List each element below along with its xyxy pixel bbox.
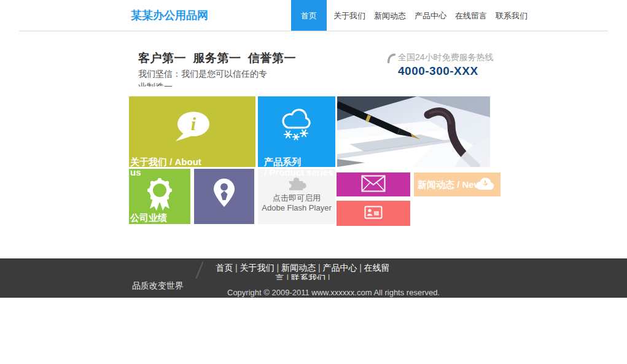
pen-photo-image xyxy=(337,96,490,167)
tile-location[interactable] xyxy=(194,169,254,224)
hero-subtitle: 我们坚信：我们是您可以信任的专业制造一 xyxy=(138,68,275,87)
tile-news-label: 新闻动态 / News xyxy=(418,179,486,190)
phone-icon xyxy=(387,53,396,67)
tile-gallery[interactable] xyxy=(337,201,410,226)
footer-link-about[interactable]: 关于我们 xyxy=(240,263,281,273)
nav-item-news[interactable]: 新闻动态 xyxy=(370,0,410,31)
snow-cloud-icon xyxy=(279,109,314,143)
tile-message[interactable] xyxy=(337,172,410,196)
svg-text:i: i xyxy=(191,114,197,134)
footer-links: 首页关于我们新闻动态产品中心在线留言联系我们 xyxy=(213,263,392,280)
header-divider xyxy=(19,31,608,31)
tile-products-label-line1: 产品系列 xyxy=(264,157,333,167)
tile-news[interactable]: 新闻动态 / News xyxy=(414,172,500,196)
site-logo[interactable]: 某某办公用品网 xyxy=(131,8,208,23)
tile-about-label-line1: 关于我们 / About xyxy=(130,157,201,167)
hotline-label: 全国24小时免费服务热线 xyxy=(398,52,494,63)
footer-link-contact[interactable]: 联系我们 xyxy=(291,273,330,280)
info-speech-bubble-icon: i xyxy=(173,110,211,146)
nav-item-products[interactable]: 产品中心 xyxy=(410,0,451,31)
header: 某某办公用品网 首页 关于我们 新闻动态 产品中心 在线留言 联系我们 xyxy=(0,0,627,31)
footer-link-news[interactable]: 新闻动态 xyxy=(281,263,322,273)
envelope-icon xyxy=(361,175,386,195)
tile-pen-photo[interactable] xyxy=(337,96,490,167)
tile-about-label-line2: us xyxy=(130,167,201,177)
nav-item-message[interactable]: 在线留言 xyxy=(451,0,491,31)
tile-about[interactable]: i 关于我们 / About us xyxy=(129,96,255,167)
tile-about-label: 关于我们 / About us xyxy=(130,157,201,177)
page: 某某办公用品网 首页 关于我们 新闻动态 产品中心 在线留言 联系我们 客户第一… xyxy=(0,0,627,364)
hotline: 全国24小时免费服务热线 4000-300-XXX xyxy=(387,52,494,78)
footer-copyright: Copyright © 2009-2011 www.xxxxxx.com All… xyxy=(227,287,439,298)
flash-text-line1: 点击即可启用 xyxy=(258,193,335,203)
tile-products-label-line2: / Product series xyxy=(264,167,333,177)
footer-link-home[interactable]: 首页 xyxy=(216,263,240,273)
nav-item-home[interactable]: 首页 xyxy=(291,0,327,31)
flash-placeholder-text: 点击即可启用 Adobe Flash Player xyxy=(258,193,335,213)
id-card-icon xyxy=(364,206,383,222)
nav-item-about[interactable]: 关于我们 xyxy=(329,0,370,31)
footer-slogan: 品质改变世界 xyxy=(132,281,184,292)
footer-slash-decoration xyxy=(195,261,203,279)
award-ribbon-icon xyxy=(145,178,174,215)
footer: 品质改变世界 首页关于我们新闻动态产品中心在线留言联系我们 Copyright … xyxy=(0,258,627,298)
nav-item-contact[interactable]: 联系我们 xyxy=(491,0,532,31)
main-nav: 首页 关于我们 新闻动态 产品中心 在线留言 联系我们 xyxy=(291,0,532,31)
hero-title: 客户第一 服务第一 信誉第一 xyxy=(138,50,296,66)
tile-products[interactable]: 产品系列 / Product series xyxy=(258,96,335,167)
map-pin-person-icon xyxy=(213,178,235,210)
hotline-number: 4000-300-XXX xyxy=(398,64,494,78)
tile-achievements-label: 公司业绩 xyxy=(130,212,167,223)
tile-products-label: 产品系列 / Product series xyxy=(264,157,333,177)
flash-text-line2: Adobe Flash Player xyxy=(258,203,335,213)
footer-link-products[interactable]: 产品中心 xyxy=(322,263,364,273)
